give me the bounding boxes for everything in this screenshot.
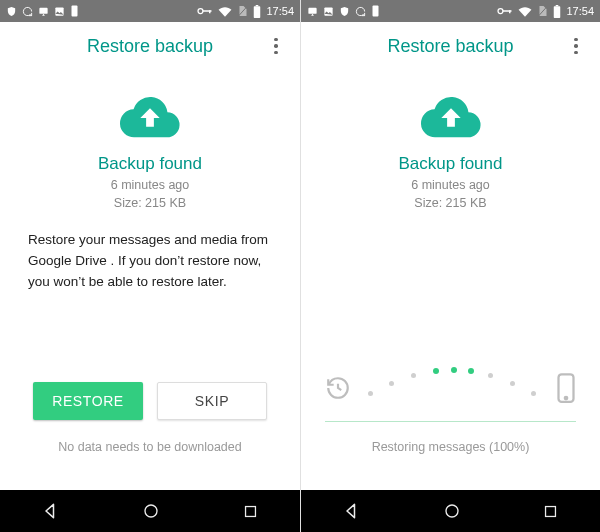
svg-rect-18 bbox=[554, 6, 561, 18]
app-bar: Restore backup bbox=[301, 22, 600, 70]
vpn-key-icon bbox=[497, 6, 513, 16]
restore-button[interactable]: RESTORE bbox=[33, 382, 143, 420]
battery-icon bbox=[253, 5, 261, 18]
overflow-menu-button[interactable] bbox=[556, 22, 596, 70]
page-title: Restore backup bbox=[387, 36, 513, 57]
app-bar: Restore backup bbox=[0, 22, 300, 70]
svg-rect-10 bbox=[246, 506, 256, 516]
svg-rect-13 bbox=[373, 6, 379, 17]
restore-progress: Restoring messages (100%) bbox=[325, 363, 576, 454]
svg-rect-19 bbox=[556, 5, 559, 6]
phone-icon bbox=[556, 373, 576, 407]
page-title: Restore backup bbox=[87, 36, 213, 57]
svg-point-14 bbox=[498, 9, 503, 14]
no-sim-icon bbox=[537, 5, 548, 17]
image-icon bbox=[54, 6, 65, 17]
image-icon bbox=[323, 6, 334, 17]
svg-point-22 bbox=[446, 505, 458, 517]
nav-home-button[interactable] bbox=[142, 502, 160, 520]
progress-text: Restoring messages (100%) bbox=[372, 440, 530, 454]
download-footnote: No data needs to be downloaded bbox=[0, 440, 300, 454]
status-bar: 17:54 bbox=[0, 0, 300, 22]
battery-icon bbox=[553, 5, 561, 18]
svg-rect-5 bbox=[209, 10, 211, 13]
backup-found-label: Backup found bbox=[98, 154, 202, 174]
svg-rect-23 bbox=[546, 506, 556, 516]
clock: 17:54 bbox=[566, 5, 594, 17]
status-bar: 17:54 bbox=[301, 0, 600, 22]
svg-point-3 bbox=[198, 9, 203, 14]
svg-rect-11 bbox=[308, 7, 316, 13]
cloud-upload-icon bbox=[420, 94, 482, 142]
no-sim-icon bbox=[237, 5, 248, 17]
progress-divider bbox=[325, 421, 576, 422]
device-icon bbox=[70, 5, 79, 17]
backup-found-label: Backup found bbox=[399, 154, 503, 174]
overflow-menu-button[interactable] bbox=[256, 22, 296, 70]
nav-back-button[interactable] bbox=[342, 501, 362, 521]
nav-bar bbox=[301, 490, 600, 532]
sync-icon bbox=[355, 6, 366, 17]
nav-recent-button[interactable] bbox=[542, 503, 559, 520]
history-icon bbox=[325, 375, 351, 405]
svg-rect-8 bbox=[256, 5, 259, 6]
backup-size: Size: 215 KB bbox=[111, 194, 190, 212]
restore-description: Restore your messages and media from Goo… bbox=[28, 230, 272, 293]
nav-recent-button[interactable] bbox=[242, 503, 259, 520]
device-icon bbox=[371, 5, 380, 17]
backup-age: 6 minutes ago bbox=[111, 176, 190, 194]
wifi-icon bbox=[218, 6, 232, 17]
shield-icon bbox=[339, 6, 350, 17]
backup-meta: 6 minutes ago Size: 215 KB bbox=[111, 176, 190, 212]
svg-rect-7 bbox=[254, 6, 261, 18]
vpn-key-icon bbox=[197, 6, 213, 16]
transfer-dots bbox=[365, 367, 536, 407]
svg-rect-0 bbox=[39, 7, 47, 13]
backup-age: 6 minutes ago bbox=[411, 176, 490, 194]
content: Backup found 6 minutes ago Size: 215 KB … bbox=[0, 70, 300, 490]
backup-meta: 6 minutes ago Size: 215 KB bbox=[411, 176, 490, 212]
shield-icon bbox=[6, 6, 17, 17]
screen-restore-prompt: 17:54 Restore backup Backup found 6 minu… bbox=[0, 0, 300, 532]
nav-bar bbox=[0, 490, 300, 532]
clock: 17:54 bbox=[266, 5, 294, 17]
svg-point-21 bbox=[565, 397, 568, 400]
sync-icon bbox=[22, 6, 33, 17]
svg-point-9 bbox=[145, 505, 157, 517]
skip-button[interactable]: SKIP bbox=[157, 382, 267, 420]
nav-home-button[interactable] bbox=[443, 502, 461, 520]
backup-size: Size: 215 KB bbox=[411, 194, 490, 212]
screen-restoring: 17:54 Restore backup Backup found 6 minu… bbox=[300, 0, 600, 532]
nav-back-button[interactable] bbox=[41, 501, 61, 521]
chat-icon bbox=[307, 6, 318, 17]
chat-icon bbox=[38, 6, 49, 17]
wifi-icon bbox=[518, 6, 532, 17]
button-row: RESTORE SKIP bbox=[0, 382, 300, 420]
svg-rect-16 bbox=[509, 10, 511, 13]
svg-rect-2 bbox=[72, 6, 78, 17]
cloud-upload-icon bbox=[119, 94, 181, 142]
